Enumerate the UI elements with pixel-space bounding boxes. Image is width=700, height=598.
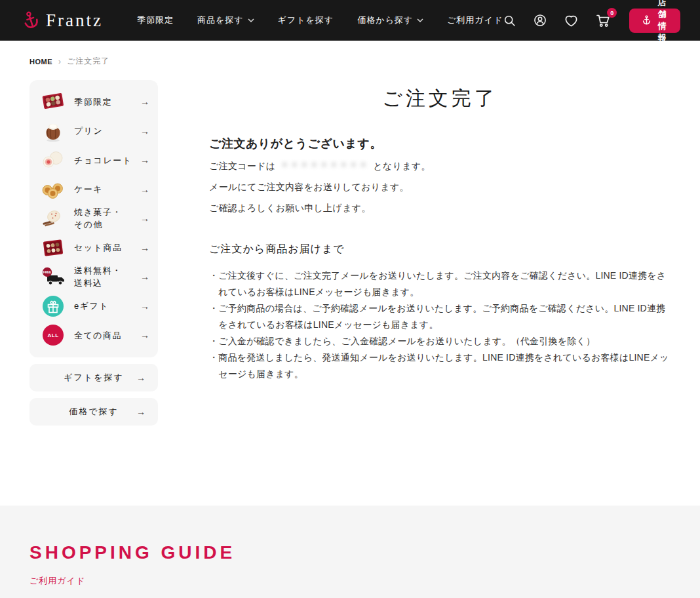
nav-products[interactable]: 商品を探す — [197, 14, 254, 26]
nav-gifts[interactable]: ギフトを探す — [278, 14, 334, 26]
thanks-message: ご注文ありがとうございます。 — [209, 136, 671, 151]
category-sidebar: 季節限定 → プ — [29, 80, 158, 426]
all-badge-label: ALL — [47, 332, 58, 338]
store-info-label: 店舗情報 — [657, 0, 668, 44]
bullet-marker: ・ — [209, 268, 218, 300]
search-icon[interactable] — [503, 14, 516, 28]
sidebar-item-label: プリン — [74, 125, 140, 138]
sidebar-item-free-shipping[interactable]: FREE 送料無料・ 送料込 → — [38, 262, 149, 292]
sidebar-item-label: eギフト — [74, 300, 140, 313]
shopping-guide-title: SHOPPING GUIDE — [29, 542, 700, 563]
arrow-icon: → — [136, 372, 147, 383]
site-header: Frantz 季節限定 商品を探す ギフトを探す 価格から探す — [0, 0, 700, 41]
sidebar-item-label: セット商品 — [74, 241, 140, 254]
site-footer: SHOPPING GUIDE ご利用ガイド — [0, 506, 700, 598]
arrow-icon: → — [140, 271, 149, 282]
sidebar-item-pudding[interactable]: プリン → — [38, 117, 149, 146]
cart-icon[interactable]: 0 — [595, 12, 611, 28]
list-item-text: ご入金が確認できましたら、ご入金確認メールをお送りいたします。（代金引換を除く） — [218, 333, 595, 349]
account-icon[interactable] — [533, 13, 547, 28]
arrow-icon: → — [140, 330, 149, 340]
main-nav: 季節限定 商品を探す ギフトを探す 価格から探す ご利用ガイド — [137, 14, 503, 26]
strawberry-chocolate-icon — [38, 147, 68, 173]
nav-guide[interactable]: ご利用ガイド — [447, 14, 503, 26]
chevron-down-icon — [417, 18, 423, 23]
sidebar-item-cake[interactable]: ケーキ → — [38, 175, 149, 205]
sidebar-item-label: チョコレート — [74, 154, 140, 167]
sidebar-item-label: 季節限定 — [74, 96, 140, 109]
sidebar-gift-search[interactable]: ギフトを探す → — [29, 364, 158, 391]
arrow-icon: → — [140, 96, 149, 107]
wishlist-heart-icon[interactable] — [564, 14, 579, 28]
breadcrumb-separator: › — [58, 57, 61, 66]
store-info-button[interactable]: 店舗情報 — [629, 9, 680, 33]
breadcrumb-home[interactable]: HOME — [29, 58, 52, 66]
order-code-suffix: となります。 — [373, 161, 430, 171]
list-item: ・ 商品を発送しましたら、発送通知メールをお送りいたします。LINE ID連携を… — [209, 349, 671, 382]
sidebar-item-all-products[interactable]: ALL 全ての商品 → — [38, 321, 149, 350]
header-icons: 0 — [503, 12, 611, 28]
category-list: 季節限定 → プ — [29, 80, 158, 357]
free-shipping-truck-icon: FREE — [38, 264, 68, 290]
breadcrumb-current: ご注文完了 — [67, 56, 109, 67]
sidebar-item-seasonal[interactable]: 季節限定 → — [38, 87, 149, 117]
baked-sweets-icon — [38, 205, 68, 231]
free-badge-label: FREE — [43, 271, 51, 274]
list-item-text: ご注文後すぐに、ご注文完了メールをお送りいたします。ご注文内容をご確認ください。… — [218, 268, 671, 300]
arrow-icon: → — [140, 155, 149, 165]
bullet-marker: ・ — [209, 333, 218, 349]
arrow-icon: → — [140, 184, 149, 195]
bullet-marker: ・ — [209, 349, 218, 382]
order-code-prefix: ご注文コードは — [209, 161, 275, 171]
content: 季節限定 → プ — [0, 67, 700, 426]
sidebar-item-label: 送料無料・ 送料込 — [74, 264, 140, 290]
sidebar-item-label: 焼き菓子・ その他 — [74, 206, 140, 231]
list-item: ・ ご予約商品の場合は、ご予約確認メールをお送りいたします。ご予約商品をご確認く… — [209, 300, 671, 333]
delivery-section-title: ご注文から商品お届けまで — [209, 243, 671, 256]
chevron-down-icon — [248, 18, 254, 23]
page-title: ご注文完了 — [209, 85, 671, 112]
set-box-icon — [38, 235, 68, 261]
page: Frantz 季節限定 商品を探す ギフトを探す 価格から探す — [0, 0, 700, 598]
nav-price[interactable]: 価格から探す — [357, 14, 423, 26]
brand-name: Frantz — [46, 10, 103, 31]
arrow-icon: → — [140, 301, 149, 311]
cake-tarts-icon — [38, 176, 68, 203]
pudding-pot-icon — [38, 118, 68, 144]
all-products-icon: ALL — [38, 322, 68, 348]
nav-seasonal[interactable]: 季節限定 — [137, 14, 174, 26]
breadcrumb: HOME › ご注文完了 — [0, 41, 700, 67]
sidebar-item-label: ケーキ — [74, 183, 140, 196]
main-content: ご注文完了 ご注文ありがとうございます。 ご注文コードは＊＊＊＊＊＊＊＊＊となり… — [209, 80, 671, 382]
price-search-label: 価格で探す — [69, 406, 119, 418]
list-item: ・ ご注文後すぐに、ご注文完了メールをお送りいたします。ご注文内容をご確認くださ… — [209, 268, 671, 300]
order-code-masked: ＊＊＊＊＊＊＊＊＊ — [280, 161, 368, 171]
list-item-text: 商品を発送しましたら、発送通知メールをお送りいたします。LINE ID連携をされ… — [218, 349, 671, 382]
anchor-logo-icon — [22, 10, 40, 31]
footer-guide-link[interactable]: ご利用ガイド — [29, 575, 85, 587]
brand-logo[interactable]: Frantz — [22, 10, 103, 31]
sidebar-item-baked[interactable]: 焼き菓子・ その他 → — [38, 204, 149, 233]
arrow-icon: → — [140, 126, 149, 136]
list-item: ・ ご入金が確認できましたら、ご入金確認メールをお送りいたします。（代金引換を除… — [209, 333, 671, 349]
mail-notice-line: メールにてご注文内容をお送りしております。 — [209, 180, 671, 195]
seasonal-chocolate-box-icon — [38, 89, 68, 115]
sidebar-item-chocolate[interactable]: チョコレート → — [38, 146, 149, 175]
sidebar-price-search[interactable]: 価格で探す → — [29, 398, 158, 426]
arrow-icon: → — [140, 243, 149, 253]
list-item-text: ご予約商品の場合は、ご予約確認メールをお送りいたします。ご予約商品をご確認くださ… — [218, 300, 671, 333]
order-code-line: ご注文コードは＊＊＊＊＊＊＊＊＊となります。 — [209, 159, 671, 174]
egift-icon — [38, 293, 68, 319]
arrow-icon: → — [140, 213, 149, 224]
sidebar-item-egift[interactable]: eギフト → — [38, 292, 149, 321]
delivery-steps-list: ・ ご注文後すぐに、ご注文完了メールをお送りいたします。ご注文内容をご確認くださ… — [209, 268, 671, 382]
sidebar-item-set[interactable]: セット商品 → — [38, 233, 149, 263]
anchor-icon — [642, 14, 651, 26]
sidebar-item-label: 全ての商品 — [74, 329, 140, 342]
bullet-marker: ・ — [209, 300, 218, 333]
confirm-line: ご確認よろしくお願い申し上げます。 — [209, 201, 671, 216]
arrow-icon: → — [136, 407, 147, 417]
cart-count-badge: 0 — [607, 8, 617, 18]
gift-search-label: ギフトを探す — [64, 372, 124, 384]
